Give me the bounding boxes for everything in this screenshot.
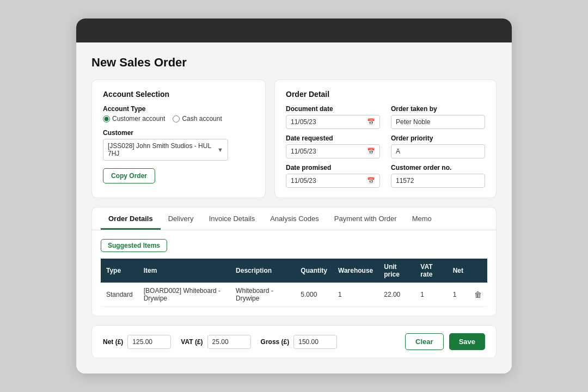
clear-button[interactable]: Clear — [405, 333, 444, 350]
save-button[interactable]: Save — [449, 333, 485, 350]
date-requested-group: Date requested 11/05/23 📅 — [286, 134, 380, 158]
radio-cash-account[interactable]: Cash account — [173, 115, 222, 122]
date-promised-group: Date promised 11/05/23 📅 — [286, 164, 380, 188]
items-table-body: Standard [BOARD002] Whiteboard - Drywipe… — [101, 283, 487, 307]
app-body: New Sales Order Account Selection Accoun… — [76, 42, 512, 373]
net-field: Net (£) — [103, 335, 171, 349]
net-input[interactable] — [127, 335, 171, 349]
gross-label: Gross (£) — [261, 338, 290, 346]
items-table-header: Type Item Description Quantity Warehouse… — [101, 259, 487, 283]
order-taken-by-input[interactable] — [391, 115, 485, 129]
document-date-group: Document date 11/05/23 📅 — [286, 105, 380, 129]
tab-content: Suggested Items Type Item Description Qu… — [92, 230, 496, 316]
cell-warehouse: 1 — [333, 283, 378, 307]
customer-order-no-group: Customer order no. — [391, 164, 485, 188]
tab-memo[interactable]: Memo — [405, 207, 439, 230]
tab-invoice-details[interactable]: Invoice Details — [201, 207, 263, 230]
document-date-value: 11/05/23 — [291, 118, 316, 126]
radio-customer-input[interactable] — [103, 115, 110, 122]
top-panels: Account Selection Account Type Customer … — [91, 79, 497, 198]
date-promised-input[interactable]: 11/05/23 📅 — [286, 174, 380, 188]
date-promised-label: Date promised — [286, 164, 380, 171]
order-priority-input[interactable] — [391, 144, 485, 158]
radio-cash-input[interactable] — [173, 115, 180, 122]
cell-item: [BOARD002] Whiteboard - Drywipe — [138, 283, 230, 307]
gross-field: Gross (£) — [261, 335, 338, 349]
col-unit-price: Unit price — [378, 259, 415, 283]
col-type: Type — [101, 259, 138, 283]
customer-order-no-label: Customer order no. — [391, 164, 485, 171]
cell-unit-price: 22.00 — [378, 283, 415, 307]
net-label: Net (£) — [103, 338, 123, 346]
gross-input[interactable] — [293, 335, 337, 349]
order-detail-title: Order Detail — [286, 90, 485, 99]
items-table: Type Item Description Quantity Warehouse… — [101, 259, 487, 307]
tab-delivery[interactable]: Delivery — [161, 207, 201, 230]
footer-bar: Net (£) VAT (£) Gross (£) Clear Save — [91, 325, 497, 358]
col-vat-rate: VAT rate — [415, 259, 447, 283]
customer-dropdown-value: [JSS028] John Smith Studios - HUL 7HJ — [108, 142, 217, 157]
customer-order-no-input[interactable] — [391, 174, 485, 188]
items-table-header-row: Type Item Description Quantity Warehouse… — [101, 259, 487, 283]
document-date-input[interactable]: 11/05/23 📅 — [286, 115, 380, 129]
dropdown-arrow-icon: ▼ — [217, 146, 223, 153]
cell-description: Whiteboard - Drywipe — [230, 283, 295, 307]
vat-field: VAT (£) — [181, 335, 250, 349]
customer-select-row: [JSS028] John Smith Studios - HUL 7HJ ▼ — [103, 139, 254, 161]
cell-net: 1 — [448, 283, 469, 307]
calendar-icon-2: 📅 — [367, 148, 375, 155]
radio-cash-label: Cash account — [182, 115, 222, 122]
account-type-radio-group: Customer account Cash account — [103, 115, 254, 122]
calendar-icon: 📅 — [367, 118, 375, 126]
col-warehouse: Warehouse — [333, 259, 378, 283]
col-net: Net — [448, 259, 469, 283]
cell-type: Standard — [101, 283, 138, 307]
app-container: New Sales Order Account Selection Accoun… — [76, 19, 512, 373]
order-taken-by-group: Order taken by — [391, 105, 485, 129]
tab-analysis-codes[interactable]: Analysis Codes — [262, 207, 327, 230]
radio-customer-account[interactable]: Customer account — [103, 115, 165, 122]
col-quantity: Quantity — [295, 259, 333, 283]
col-description: Description — [230, 259, 295, 283]
document-date-label: Document date — [286, 105, 380, 113]
app-header — [76, 19, 512, 42]
cell-delete[interactable]: 🗑 — [469, 283, 487, 307]
order-taken-by-label: Order taken by — [391, 105, 485, 113]
date-requested-value: 11/05/23 — [291, 148, 316, 155]
vat-label: VAT (£) — [181, 338, 203, 346]
date-promised-value: 11/05/23 — [291, 177, 316, 185]
vat-input[interactable] — [207, 335, 251, 349]
account-selection-title: Account Selection — [103, 90, 254, 99]
date-requested-label: Date requested — [286, 134, 380, 142]
table-row: Standard [BOARD002] Whiteboard - Drywipe… — [101, 283, 487, 307]
account-type-label: Account Type — [103, 105, 254, 113]
account-selection-panel: Account Selection Account Type Customer … — [91, 79, 266, 198]
customer-dropdown[interactable]: [JSS028] John Smith Studios - HUL 7HJ ▼ — [103, 139, 228, 161]
cell-vat-rate: 1 — [415, 283, 447, 307]
customer-label: Customer — [103, 129, 254, 137]
tab-payment-with-order[interactable]: Payment with Order — [327, 207, 405, 230]
calendar-icon-3: 📅 — [367, 177, 375, 185]
footer-actions: Clear Save — [405, 333, 485, 350]
order-detail-grid: Document date 11/05/23 📅 Order taken by … — [286, 105, 485, 188]
delete-row-icon[interactable]: 🗑 — [474, 290, 482, 299]
tab-order-details[interactable]: Order Details — [101, 207, 161, 230]
tabs-bar: Order Details Delivery Invoice Details A… — [92, 207, 496, 230]
page-title: New Sales Order — [91, 56, 497, 70]
order-priority-group: Order priority — [391, 134, 485, 158]
radio-customer-label: Customer account — [112, 115, 165, 122]
col-actions — [469, 259, 487, 283]
tabs-panel: Order Details Delivery Invoice Details A… — [91, 207, 497, 316]
copy-order-button[interactable]: Copy Order — [103, 168, 155, 183]
order-detail-panel: Order Detail Document date 11/05/23 📅 Or… — [274, 79, 497, 198]
col-item: Item — [138, 259, 230, 283]
suggested-items-badge[interactable]: Suggested Items — [101, 239, 167, 252]
date-requested-input[interactable]: 11/05/23 📅 — [286, 144, 380, 158]
cell-quantity: 5.000 — [295, 283, 333, 307]
order-priority-label: Order priority — [391, 134, 485, 142]
